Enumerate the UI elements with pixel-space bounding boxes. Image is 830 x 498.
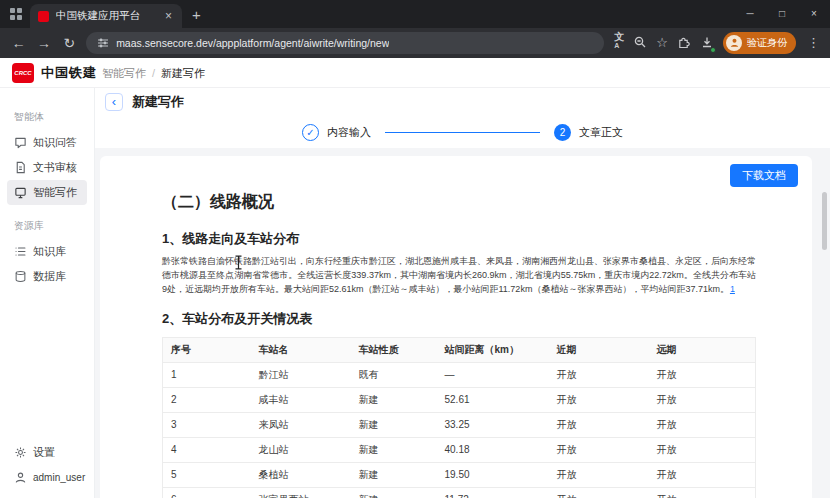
tab-favicon: [38, 11, 49, 22]
translate-icon[interactable]: 文A: [614, 32, 624, 54]
cell: 11.72: [437, 487, 549, 498]
paragraph-text: 黔张常铁路自渝怀铁路黔江站引出，向东行经重庆市黔江区，湖北恩施州咸丰县、来凤县，…: [162, 256, 756, 294]
breadcrumb-parent[interactable]: 智能写作: [102, 66, 146, 81]
content-area: 下载文档 （二）线路概况 1、线路走向及车站分布 黔张常铁路自渝怀铁路黔江站引出…: [95, 148, 830, 498]
window-controls: ─ □ ×: [734, 0, 830, 28]
browser-menu-icon[interactable]: ⋮: [807, 35, 820, 50]
sidebar-item-label: 知识问答: [33, 135, 77, 150]
download-icon[interactable]: [700, 35, 714, 51]
page-title-row: ‹ 新建写作: [95, 88, 830, 116]
profile-badge[interactable]: 验证身份: [723, 32, 796, 54]
sidebar-section-resources: 资源库: [14, 219, 94, 233]
back-icon[interactable]: ←: [10, 35, 27, 51]
cell: 新建: [351, 412, 437, 437]
step-number: 2: [554, 124, 571, 141]
table-row: 3来凤站新建33.25开放开放: [163, 412, 756, 437]
cell: 开放: [649, 362, 756, 387]
sidebar-item-label: 文书审核: [33, 160, 77, 175]
document-card: 下载文档 （二）线路概况 1、线路走向及车站分布 黔张常铁路自渝怀铁路黔江站引出…: [100, 156, 812, 498]
toolbar-icons: 文A ☆ 验证身份 ⋮: [614, 32, 820, 54]
breadcrumb-current: 新建写作: [161, 66, 205, 81]
cell: 开放: [649, 437, 756, 462]
sidebar-item-ai-writing[interactable]: 智能写作: [7, 180, 87, 205]
cell: 19.50: [437, 462, 549, 487]
cell: 2: [163, 387, 251, 412]
cell: 新建: [351, 487, 437, 498]
site-settings-icon[interactable]: [97, 37, 109, 49]
sidebar-footer: 设置 admin_user: [0, 440, 94, 490]
minimize-button[interactable]: ─: [734, 0, 766, 28]
download-complete-badge: [710, 47, 716, 53]
chat-icon: [14, 136, 27, 149]
avatar: [726, 35, 742, 51]
crcc-logo: CRCC: [12, 63, 34, 83]
table-row: 4龙山站新建40.18开放开放: [163, 437, 756, 462]
sidebar-item-label: 智能写作: [33, 185, 77, 200]
app-header: CRCC 中国铁建 智能写作 / 新建写作: [0, 58, 830, 88]
cell: 既有: [351, 362, 437, 387]
cell: 咸丰站: [251, 387, 351, 412]
col-header: 车站名: [251, 337, 351, 362]
scrollbar-thumb[interactable]: [822, 192, 827, 250]
cell: 开放: [549, 412, 649, 437]
bookmark-star-icon[interactable]: ☆: [656, 36, 668, 49]
sidebar-item-user[interactable]: admin_user: [7, 465, 87, 490]
cell: 新建: [351, 462, 437, 487]
tab-close-icon[interactable]: ×: [163, 9, 174, 23]
download-doc-button[interactable]: 下载文档: [730, 164, 798, 187]
cell: 3: [163, 412, 251, 437]
sidebar-item-label: admin_user: [33, 472, 85, 483]
reload-icon[interactable]: ↻: [61, 35, 78, 51]
table-row: 6张家界西站新建11.72开放开放: [163, 487, 756, 498]
step-label: 内容输入: [327, 125, 371, 140]
section-heading: （二）线路概况: [162, 192, 756, 213]
sidebar-item-database[interactable]: 数据库: [7, 264, 87, 289]
cell: 开放: [649, 462, 756, 487]
breadcrumb: 智能写作 / 新建写作: [102, 58, 205, 88]
table-row: 5桑植站新建19.50开放开放: [163, 462, 756, 487]
step-check-icon: ✓: [302, 124, 319, 141]
cell: 52.61: [437, 387, 549, 412]
citation-link[interactable]: 1: [730, 284, 735, 294]
maximize-button[interactable]: □: [766, 0, 798, 28]
cell: 开放: [549, 387, 649, 412]
extensions-icon[interactable]: [677, 35, 691, 51]
cell: 4: [163, 437, 251, 462]
station-table: 序号 车站名 车站性质 站间距离（km） 近期 远期 1黔江站既有—开放开放 2…: [162, 337, 756, 498]
document-body: （二）线路概况 1、线路走向及车站分布 黔张常铁路自渝怀铁路黔江站引出，向东行经…: [100, 156, 812, 498]
zoom-icon[interactable]: [633, 35, 647, 51]
browser-window: 中国铁建应用平台 × + ─ □ × ← → ↻ maas.sensecore.…: [0, 0, 830, 498]
col-header: 车站性质: [351, 337, 437, 362]
step-label: 文章正文: [579, 125, 623, 140]
step-article-body[interactable]: 2 文章正文: [554, 124, 623, 141]
document-icon: [14, 161, 27, 174]
sidebar-item-settings[interactable]: 设置: [7, 440, 87, 465]
tab-search-icon[interactable]: [10, 8, 22, 20]
database-icon: [14, 270, 27, 283]
sidebar-item-label: 设置: [33, 445, 55, 460]
browser-tab[interactable]: 中国铁建应用平台 ×: [30, 4, 182, 28]
forward-icon[interactable]: →: [35, 35, 52, 51]
cell: 开放: [549, 462, 649, 487]
sidebar-item-doc-review[interactable]: 文书审核: [7, 155, 87, 180]
cell: 新建: [351, 387, 437, 412]
sidebar-item-knowledge-base[interactable]: 知识库: [7, 239, 87, 264]
close-window-button[interactable]: ×: [798, 0, 830, 28]
cell: 来凤站: [251, 412, 351, 437]
subheading-table: 2、车站分布及开关情况表: [162, 310, 756, 328]
new-tab-button[interactable]: +: [192, 6, 201, 23]
url-bar[interactable]: maas.sensecore.dev/appplatform/agent/aiw…: [86, 32, 604, 54]
cell: 张家界西站: [251, 487, 351, 498]
col-header: 近期: [549, 337, 649, 362]
tab-title: 中国铁建应用平台: [56, 9, 156, 23]
browser-toolbar: ← → ↻ maas.sensecore.dev/appplatform/age…: [0, 28, 830, 58]
col-header: 远期: [649, 337, 756, 362]
browser-tab-strip: 中国铁建应用平台 × + ─ □ ×: [0, 0, 830, 28]
table-header-row: 序号 车站名 车站性质 站间距离（km） 近期 远期: [163, 337, 756, 362]
url-text[interactable]: maas.sensecore.dev/appplatform/agent/aiw…: [116, 37, 389, 49]
back-button[interactable]: ‹: [105, 93, 123, 111]
step-content-input[interactable]: ✓ 内容输入: [302, 124, 371, 141]
stepper: ✓ 内容输入 2 文章正文: [95, 116, 830, 148]
sidebar-item-knowledge-qa[interactable]: 知识问答: [7, 130, 87, 155]
col-header: 站间距离（km）: [437, 337, 549, 362]
